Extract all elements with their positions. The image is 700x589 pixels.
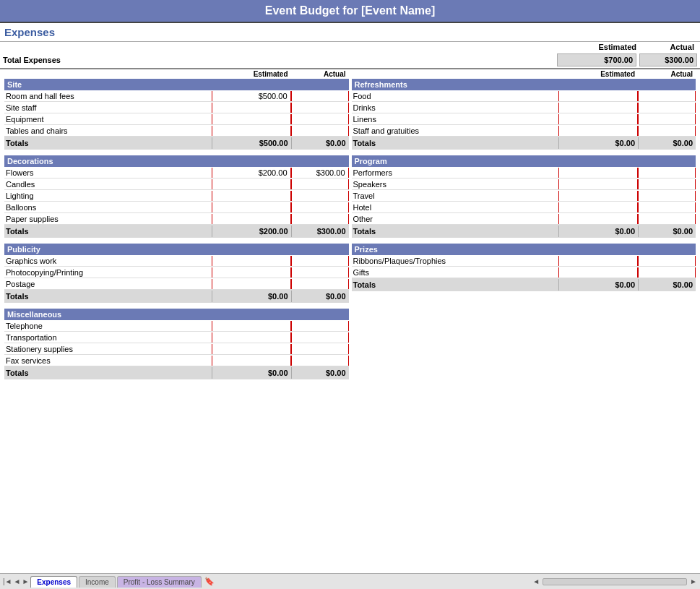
- table-row: Graphics work: [4, 255, 349, 267]
- tab-profit-loss[interactable]: Profit - Loss Summary: [117, 576, 202, 588]
- site-section: Estimated Actual Site Room and hall fees…: [4, 69, 349, 150]
- miscellaneous-totals-row: Totals $0.00 $0.00: [4, 366, 349, 379]
- tab-income[interactable]: Income: [79, 576, 116, 588]
- site-header: Site: [4, 79, 349, 90]
- top-actual-header: Actual: [639, 43, 697, 51]
- total-expenses-row: Total Expenses $700.00 $300.00: [0, 52, 700, 69]
- table-row: Candles: [4, 179, 349, 190]
- table-row: Room and hall fees $500.00: [4, 90, 349, 102]
- decorations-section: Decorations Flowers $200.00 $300.00 Cand…: [4, 155, 349, 238]
- decorations-totals-row: Totals $200.00 $300.00: [4, 225, 349, 238]
- table-row: Postage: [4, 278, 349, 290]
- publicity-section: Publicity Graphics work Photocopying/Pri…: [4, 244, 349, 303]
- scrollbar-area[interactable]: ◄ ►: [532, 577, 697, 585]
- table-row: Transportation: [4, 332, 349, 343]
- refreshments-totals-row: Totals $0.00 $0.00: [352, 137, 696, 150]
- table-row: Travel: [352, 190, 696, 202]
- prizes-totals-row: Totals $0.00 $0.00: [352, 278, 696, 291]
- table-row: Speakers: [352, 179, 696, 190]
- site-col-headers: Estimated Actual: [4, 69, 349, 79]
- table-row: Photocopying/Printing: [4, 267, 349, 278]
- tab-expenses[interactable]: Expenses: [30, 576, 77, 588]
- table-row: Ribbons/Plaques/Trophies: [352, 255, 696, 267]
- tab-nav-prev[interactable]: ◄: [14, 577, 21, 585]
- refreshments-section: Estimated Actual Refreshments Food Drink…: [352, 69, 696, 150]
- refreshments-col-headers: Estimated Actual: [352, 69, 696, 79]
- left-col: Estimated Actual Site Room and hall fees…: [3, 69, 350, 385]
- table-row: Fax services: [4, 355, 349, 366]
- page-title: Event Budget for [Event Name]: [265, 4, 436, 17]
- prizes-header: Prizes: [352, 244, 696, 255]
- title-bar: Event Budget for [Event Name]: [0, 0, 700, 23]
- table-row: Flowers $200.00 $300.00: [4, 167, 349, 179]
- program-header: Program: [352, 155, 696, 167]
- publicity-header: Publicity: [4, 244, 349, 255]
- table-row: Tables and chairs: [4, 125, 349, 137]
- table-row: Site staff: [4, 102, 349, 113]
- table-row: Stationery supplies: [4, 343, 349, 355]
- tab-nav-first[interactable]: |◄: [3, 577, 12, 585]
- table-row: Linens: [352, 113, 696, 125]
- table-row: Gifts: [352, 267, 696, 278]
- top-col-headers: Estimated Actual: [0, 42, 700, 52]
- table-row: Equipment: [4, 113, 349, 125]
- program-section: Program Performers Speakers Travel Hotel: [352, 155, 696, 238]
- total-expenses-label: Total Expenses: [3, 56, 554, 64]
- total-expenses-actual: $300.00: [639, 53, 697, 66]
- tab-bar: |◄ ◄ ► Expenses Income Profit - Loss Sum…: [0, 573, 700, 589]
- tab-add-btn[interactable]: 🔖: [204, 577, 215, 586]
- miscellaneous-section: Miscellaneous Telephone Transportation S…: [4, 309, 349, 379]
- table-row: Food: [352, 90, 696, 102]
- main-content: Estimated Actual Site Room and hall fees…: [0, 69, 700, 385]
- table-row: Performers: [352, 167, 696, 179]
- tab-nav-next[interactable]: ►: [22, 577, 29, 585]
- table-row: Staff and gratuities: [352, 125, 696, 137]
- table-row: Telephone: [4, 320, 349, 332]
- table-row: Balloons: [4, 202, 349, 213]
- site-totals-row: Totals $500.00 $0.00: [4, 137, 349, 150]
- table-row: Lighting: [4, 190, 349, 202]
- publicity-totals-row: Totals $0.00 $0.00: [4, 290, 349, 303]
- total-expenses-estimated: $700.00: [557, 53, 636, 66]
- decorations-header: Decorations: [4, 155, 349, 167]
- expenses-header: Expenses: [0, 23, 700, 42]
- prizes-section: Prizes Ribbons/Plaques/Trophies Gifts To…: [352, 244, 696, 291]
- refreshments-header: Refreshments: [352, 79, 696, 90]
- top-estimated-header: Estimated: [560, 43, 639, 51]
- right-col: Estimated Actual Refreshments Food Drink…: [350, 69, 698, 385]
- table-row: Other: [352, 213, 696, 225]
- program-totals-row: Totals $0.00 $0.00: [352, 225, 696, 238]
- table-row: Drinks: [352, 102, 696, 113]
- table-row: Paper supplies: [4, 213, 349, 225]
- table-row: Hotel: [352, 202, 696, 213]
- miscellaneous-header: Miscellaneous: [4, 309, 349, 320]
